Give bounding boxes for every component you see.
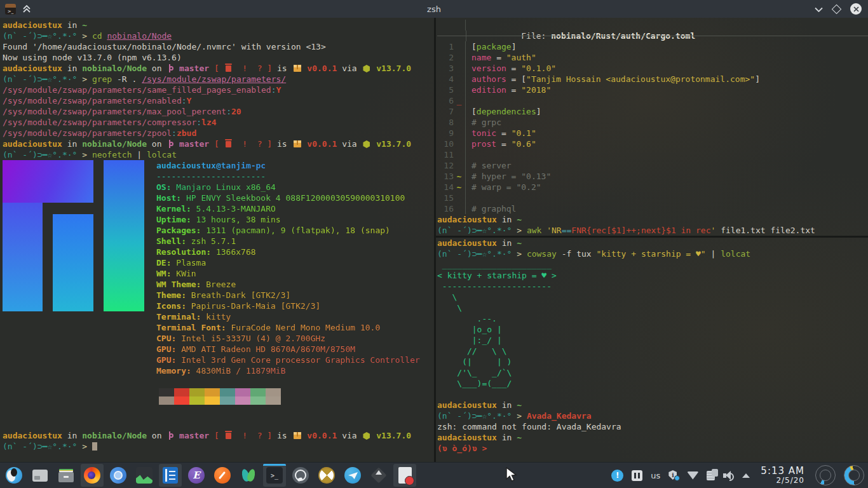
text-segment: ~	[517, 433, 522, 442]
text-segment: "0.1.0"	[521, 64, 556, 73]
text-segment: Y	[276, 85, 281, 95]
keep-above-icon[interactable]	[22, 5, 31, 13]
tray-expand-icon[interactable]	[742, 473, 750, 478]
text-segment: ______________________	[437, 260, 552, 269]
code-line: 14~# warp = "0.2"	[437, 182, 868, 193]
mouse-cursor	[505, 467, 519, 482]
terminal-icon: >_	[266, 467, 283, 484]
close-icon[interactable]	[850, 3, 862, 15]
terminal-line: .--.	[437, 313, 868, 324]
code-content: name = "auth"	[466, 52, 536, 63]
gutter: 4	[437, 74, 466, 85]
package-icon	[294, 432, 301, 439]
text-segment: "kitty + starship = ♥"	[596, 249, 705, 259]
palette-swatch	[189, 396, 205, 405]
text-segment: >	[82, 150, 92, 159]
neofetch-label: Memory:	[156, 366, 191, 376]
terminal-line: ----------------------	[437, 281, 868, 292]
text-segment: \	[437, 303, 462, 313]
gutter: 13~	[437, 171, 466, 182]
clock-widget[interactable]: 5:13 AM 2/5/20	[761, 466, 804, 485]
palette-swatch	[174, 388, 189, 396]
terminal-line: /sys/module/zswap/parameters/compressor:…	[3, 117, 434, 128]
load-gauge-2[interactable]	[844, 465, 864, 485]
app-launcher-button[interactable]	[3, 464, 25, 487]
neofetch-output: audacioustux@tanjim-pc -----------------…	[3, 160, 434, 376]
text-segment: # graphql	[471, 204, 516, 214]
text-segment: .--.	[437, 314, 497, 323]
firefox-task[interactable]	[81, 464, 104, 487]
terminal-line: |:_/ |	[437, 335, 868, 346]
text-segment: /sys/module/zswap/parameters/compressor	[3, 118, 196, 127]
terminal-line: |o_o |	[437, 324, 868, 335]
text-segment: # server	[471, 161, 512, 170]
clock-time: 5:13 AM	[761, 466, 804, 477]
window-pager-button[interactable]	[29, 464, 51, 487]
orange-pen-task[interactable]	[211, 464, 234, 487]
text-segment: in	[497, 215, 517, 224]
code-line: 10prost = "0.6"	[437, 139, 868, 149]
notes-task[interactable]	[393, 464, 416, 487]
chromium-task[interactable]	[107, 464, 130, 487]
text-segment: tux	[576, 249, 596, 259]
volume-icon[interactable]	[723, 471, 734, 480]
security-tray-item[interactable]: i	[668, 470, 679, 480]
neofetch-title: audacioustux@tanjim-pc	[156, 160, 420, 171]
text-segment: /sys/module/zswap/parameters/enabled	[3, 96, 182, 105]
system-monitor-task[interactable]	[133, 464, 156, 487]
text-segment: on	[147, 64, 166, 73]
code-content	[466, 193, 477, 203]
emacs-task[interactable]: E	[185, 464, 208, 487]
neofetch-value: 868x488	[211, 247, 255, 257]
neofetch-label: WM:	[156, 269, 171, 278]
neofetch-label: Packages:	[156, 226, 201, 235]
text-segment: -R .	[117, 74, 142, 84]
package-icon	[294, 140, 301, 147]
palette-swatch	[159, 388, 174, 396]
media-pause-icon[interactable]	[632, 470, 642, 481]
neofetch-label: Terminal:	[156, 312, 201, 322]
gold-circle-task[interactable]	[315, 464, 338, 487]
code-content: # graphql	[466, 203, 516, 214]
terminal-line: OS: Manjaro Linux x86_64	[156, 182, 420, 193]
terminal-pane-right[interactable]: File: nobinalo/Rust/auth/Cargo.toml 1[pa…	[436, 18, 868, 463]
obs-task[interactable]	[289, 464, 312, 487]
code-content: prost = "0.6"	[466, 139, 536, 149]
change-marker: ~	[454, 182, 465, 193]
code-line: 11	[437, 149, 868, 160]
package-icon	[294, 65, 301, 72]
terminal-line	[437, 389, 868, 400]
archive-button[interactable]	[55, 464, 78, 487]
change-marker	[454, 149, 465, 160]
text-segment: (n` -´)⊃━☆°.*·°	[3, 74, 82, 84]
text-segment: lz4	[201, 118, 216, 127]
text-segment: "Tanjim Hossain <audacioustux@protonmail…	[526, 74, 755, 84]
kitty-terminal-task[interactable]: >_	[263, 464, 286, 487]
text-segment: = [	[506, 74, 526, 84]
journal-task[interactable]	[159, 464, 182, 487]
keyboard-layout-indicator[interactable]: us	[651, 471, 660, 480]
telegram-task[interactable]	[341, 464, 364, 487]
notifications-icon[interactable]: !	[611, 470, 623, 482]
change-marker	[454, 85, 465, 95]
text-segment: ~	[517, 238, 522, 248]
neofetch-value: Intel i5-3337U (4) @ 2.700GHz	[176, 334, 325, 343]
chevron-down-icon[interactable]	[815, 4, 823, 14]
load-gauge-1[interactable]	[815, 465, 836, 485]
gutter: 11	[437, 149, 466, 160]
text-segment: >	[82, 442, 92, 451]
gutter: 6_	[437, 95, 466, 106]
wifi-icon[interactable]	[687, 471, 698, 480]
tulip-app-task[interactable]	[237, 464, 260, 487]
terminal-line: Uptime: 13 hours, 38 mins	[156, 214, 420, 225]
code-line: 12# server	[437, 160, 868, 171]
code-content: # hyper = "0.13"	[466, 171, 551, 182]
inkscape-task[interactable]	[367, 464, 390, 487]
terminal-pane-left[interactable]: audacioustux in ~(n` -´)⊃━☆°.*·° > cd no…	[0, 18, 434, 463]
obs-icon	[292, 467, 309, 484]
neofetch-value: kitty	[201, 312, 231, 322]
text-segment: (n` -´)⊃━☆°.*·°	[3, 31, 82, 41]
text-segment: |o_o |	[437, 325, 502, 334]
clipboard-icon[interactable]	[707, 471, 715, 480]
maximize-icon[interactable]	[832, 4, 842, 14]
